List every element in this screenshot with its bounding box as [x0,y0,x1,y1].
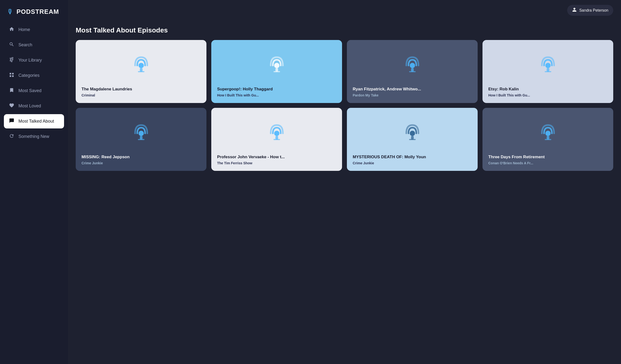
svg-rect-8 [138,71,144,72]
sidebar-item-library[interactable]: Your Library [4,53,64,67]
card-title-5: MISSING: Reed Jeppson [82,154,201,160]
sidebar-label-search: Search [18,42,32,47]
podcast-artwork-icon-4 [537,53,559,75]
sidebar-label-most-saved: Most Saved [18,88,41,93]
svg-rect-17 [545,71,551,72]
card-info-1: The Magdalene Laundries Criminal [82,87,201,97]
podcast-artwork-icon-1 [130,53,152,75]
user-avatar-icon [572,7,577,13]
app-name: PODSTREAM [17,8,59,16]
svg-rect-3 [12,73,14,74]
svg-rect-14 [409,71,415,72]
sidebar-item-categories[interactable]: Categories [4,68,64,83]
categories-icon [9,72,15,79]
svg-rect-29 [545,139,551,140]
card-title-3: Ryan Fitzpatrick, Andrew Whitwo... [353,87,472,92]
episode-card-5[interactable]: MISSING: Reed Jeppson Crime Junkie [76,108,207,171]
podcast-artwork-icon-2 [266,53,288,75]
card-title-4: Etsy: Rob Kalin [488,87,607,92]
svg-point-15 [545,63,551,68]
podcast-icon-wrapper-2 [217,46,336,82]
episode-card-6[interactable]: Professor John Vervaeke - How t... The T… [211,108,342,171]
sidebar-item-home[interactable]: Home [4,23,64,37]
sidebar-label-library: Your Library [18,58,42,63]
card-subtitle-4: How I Built This with Gu... [488,93,607,97]
episode-grid-row1: The Magdalene Laundries Criminal Supergo… [76,40,613,103]
episode-card-8[interactable]: Three Days From Retirement Conan O'Brien… [483,108,613,171]
user-name: Sandra Peterson [579,8,608,13]
section-title: Most Talked About Episodes [76,26,613,34]
svg-rect-2 [10,73,11,74]
podcast-icon-wrapper-4 [488,46,607,82]
heart-icon [9,103,15,109]
sidebar: 🎙 PODSTREAM Home Search Your Library Cat… [0,0,68,364]
card-title-6: Professor John Vervaeke - How t... [217,154,336,160]
header: Sandra Peterson [68,0,621,21]
podcast-icon-wrapper-8 [488,114,607,150]
svg-rect-23 [273,139,280,140]
main-area: Sandra Peterson Most Talked About Episod… [68,0,621,364]
svg-point-6 [138,63,144,68]
svg-rect-10 [275,68,278,71]
svg-rect-11 [273,71,280,72]
home-icon [9,26,15,33]
library-icon [9,57,15,63]
svg-rect-1 [10,60,11,61]
sidebar-label-most-loved: Most Loved [18,103,41,109]
podcast-icon-wrapper-6 [217,114,336,150]
microphone-icon: 🎙 [7,8,14,16]
logo-area: 🎙 PODSTREAM [4,6,64,22]
card-info-5: MISSING: Reed Jeppson Crime Junkie [82,154,201,165]
card-title-7: MYSTERIOUS DEATH OF: Molly Youn [353,154,472,160]
svg-point-27 [545,131,551,136]
sidebar-label-categories: Categories [18,73,39,78]
podcast-icon-wrapper-3 [353,46,472,82]
episode-grid-row2: MISSING: Reed Jeppson Crime Junkie Profe… [76,108,613,171]
sidebar-item-search[interactable]: Search [4,38,64,52]
card-subtitle-1: Criminal [82,93,201,97]
card-title-8: Three Days From Retirement [488,154,607,160]
card-subtitle-5: Crime Junkie [82,161,201,165]
episode-card-4[interactable]: Etsy: Rob Kalin How I Built This with Gu… [483,40,613,103]
sidebar-item-most-loved[interactable]: Most Loved [4,99,64,113]
search-icon [9,42,15,48]
episode-card-1[interactable]: The Magdalene Laundries Criminal [76,40,207,103]
chat-icon [9,118,15,125]
content-area: Most Talked About Episodes [68,21,621,364]
episode-card-3[interactable]: Ryan Fitzpatrick, Andrew Whitwo... Pardo… [347,40,478,103]
sidebar-label-home: Home [18,27,30,32]
sidebar-label-something-new: Something New [18,134,49,139]
svg-rect-13 [411,68,414,71]
card-info-7: MYSTERIOUS DEATH OF: Molly Youn Crime Ju… [353,154,472,165]
card-title-2: Supergoop!: Holly Thaggard [217,87,336,92]
card-info-6: Professor John Vervaeke - How t... The T… [217,154,336,165]
svg-rect-5 [12,75,14,77]
card-info-8: Three Days From Retirement Conan O'Brien… [488,154,607,165]
sidebar-item-most-talked[interactable]: Most Talked About [4,114,64,128]
card-subtitle-8: Conan O'Brien Needs A Fr... [488,161,607,165]
sidebar-item-something-new[interactable]: Something New [4,129,64,144]
svg-point-21 [274,131,279,136]
svg-point-12 [410,63,415,68]
svg-rect-7 [140,68,142,71]
card-subtitle-6: The Tim Ferriss Show [217,161,336,165]
card-info-4: Etsy: Rob Kalin How I Built This with Gu… [488,87,607,97]
podcast-artwork-icon-5 [130,121,152,142]
podcast-icon-wrapper-1 [82,46,201,82]
sidebar-label-most-talked: Most Talked About [18,119,54,124]
sidebar-item-most-saved[interactable]: Most Saved [4,84,64,98]
svg-point-18 [138,131,144,136]
refresh-icon [9,133,15,140]
podcast-artwork-icon-6 [266,121,288,142]
card-info-3: Ryan Fitzpatrick, Andrew Whitwo... Pardo… [353,87,472,97]
svg-rect-28 [547,136,549,139]
svg-rect-26 [409,139,415,140]
episode-card-7[interactable]: MYSTERIOUS DEATH OF: Molly Youn Crime Ju… [347,108,478,171]
episode-card-2[interactable]: Supergoop!: Holly Thaggard How I Built T… [211,40,342,103]
card-title-1: The Magdalene Laundries [82,87,201,92]
bookmark-icon [9,87,15,94]
card-subtitle-7: Crime Junkie [353,161,472,165]
svg-rect-19 [140,136,142,139]
card-subtitle-3: Pardon My Take [353,93,472,97]
user-button[interactable]: Sandra Peterson [567,5,613,16]
